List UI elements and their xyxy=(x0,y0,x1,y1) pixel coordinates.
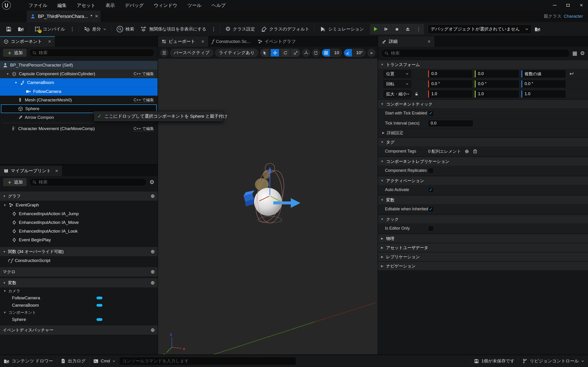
find-button[interactable]: 検索 xyxy=(114,24,137,34)
row-event-ia-jump[interactable]: EnhancedInputAction IA_Jump xyxy=(0,209,157,218)
parent-class-link[interactable]: Character xyxy=(564,14,583,19)
frame-skip-button[interactable] xyxy=(381,24,392,34)
variable-type-pill[interactable] xyxy=(96,304,103,307)
grid-snap-value[interactable]: 10 xyxy=(332,50,342,55)
expander-icon[interactable]: ▼ xyxy=(3,311,6,314)
cmd-dropdown[interactable]: Cmd xyxy=(93,359,115,364)
diff-button[interactable]: 差分 xyxy=(81,24,109,34)
rotation-snap-toggle[interactable] xyxy=(344,49,352,57)
add-array-element-icon[interactable]: ⊕ xyxy=(465,149,469,154)
simulation-button[interactable]: シミュレーション xyxy=(317,24,367,34)
section-cooking[interactable]: ▼ クック xyxy=(378,215,588,223)
expander-icon[interactable]: ▶ xyxy=(380,264,384,268)
location-y-field[interactable]: 0.0 xyxy=(475,70,519,77)
row-var-sphere[interactable]: Sphere xyxy=(0,316,157,323)
scale-x-field[interactable]: 1.0 xyxy=(428,90,472,98)
expander-icon[interactable]: ▼ xyxy=(380,160,384,163)
row-event-ia-look[interactable]: EnhancedInputAction IA_Look xyxy=(0,227,157,236)
menu-edit[interactable]: 編集 xyxy=(52,0,72,10)
advanced-settings-row[interactable]: ▶ 詳細設定 xyxy=(378,128,588,137)
add-graph-icon[interactable]: ⊕ xyxy=(151,193,155,199)
class-settings-button[interactable]: ⚙ クラス設定 xyxy=(222,24,258,34)
rotation-y-field[interactable]: 0.0 ° xyxy=(475,80,519,88)
my-blueprint-search-input[interactable] xyxy=(39,180,143,185)
section-graphs[interactable]: ▼ グラフ ⊕ xyxy=(0,192,157,201)
output-log-button[interactable]: 出力ログ xyxy=(61,358,86,364)
reset-to-default-icon[interactable]: ↩ xyxy=(570,71,574,77)
panel-divider[interactable] xyxy=(378,36,378,354)
rotation-x-field[interactable]: 0.0 ° xyxy=(428,80,472,88)
menu-view[interactable]: 表示 xyxy=(101,0,120,10)
section-component-replication[interactable]: ▼ コンポーネントレプリケーション xyxy=(378,157,588,166)
details-search-input[interactable] xyxy=(391,51,566,56)
play-button[interactable] xyxy=(370,24,381,34)
panel-divider[interactable] xyxy=(157,36,158,354)
row-var-cameraboom[interactable]: CameraBoom xyxy=(0,302,157,309)
expander-icon[interactable]: ▼ xyxy=(6,72,9,76)
class-defaults-button[interactable]: クラスのデフォルト xyxy=(258,24,312,34)
location-x-field[interactable]: 0.0 xyxy=(428,70,472,77)
expander-icon[interactable]: ▼ xyxy=(3,289,6,293)
details-search[interactable] xyxy=(381,49,570,57)
tree-row-mesh[interactable]: Mesh (CharacterMesh0) C++ で編集 xyxy=(0,96,157,104)
lock-open-icon[interactable] xyxy=(414,92,419,96)
add-variable-icon[interactable]: ⊕ xyxy=(151,280,155,286)
expander-icon[interactable]: ▼ xyxy=(380,102,384,106)
edit-in-cpp-link[interactable]: C++ で編集 xyxy=(134,126,154,131)
row-event-ia-move[interactable]: EnhancedInputAction IA_Move xyxy=(0,218,157,227)
close-icon[interactable]: ✕ xyxy=(55,169,58,173)
tree-row-capsule[interactable]: ▼ Capsule Component (CollisionCylinder) … xyxy=(0,69,157,78)
add-macro-icon[interactable]: ⊕ xyxy=(151,269,155,275)
compile-options-kebab-icon[interactable]: ⋮ xyxy=(68,26,77,32)
unsaved-assets-button[interactable]: 1個が未保存です xyxy=(474,358,515,364)
scale-dropdown[interactable]: 拡大・縮小 xyxy=(384,90,411,98)
expander-icon[interactable]: ▼ xyxy=(380,63,384,66)
tab-construction-script[interactable]: ƒ Construction Sc... xyxy=(208,36,254,47)
rotate-tool-button[interactable] xyxy=(281,49,290,57)
add-component-button[interactable]: ＋ 追加 xyxy=(3,49,26,57)
settings-gear-icon[interactable]: ⚙ xyxy=(149,179,154,185)
menu-tools[interactable]: ツール xyxy=(182,0,207,10)
expander-icon[interactable]: ▼ xyxy=(3,194,6,198)
expander-icon[interactable]: ▼ xyxy=(380,198,384,202)
section-activation[interactable]: ▼ アクティベーション xyxy=(378,176,588,185)
trash-icon[interactable] xyxy=(473,149,477,154)
rotation-dropdown[interactable]: 回転 xyxy=(384,80,411,88)
tree-row-cameraboom[interactable]: ▼ CameraBoom xyxy=(0,78,157,87)
my-blueprint-search[interactable] xyxy=(29,178,147,186)
display-filter-icon[interactable]: ▦ xyxy=(572,50,578,56)
tree-row-self[interactable]: BP_ThirdPersonCharacter (Self) xyxy=(0,61,157,69)
location-z-field[interactable]: 複数の値 xyxy=(521,70,565,77)
toolbar-expand-button[interactable]: » xyxy=(367,49,375,57)
expander-icon[interactable]: ▼ xyxy=(3,250,6,253)
section-macros[interactable]: マクロ ⊕ xyxy=(0,267,157,276)
expander-icon[interactable]: ▼ xyxy=(380,179,384,182)
rotation-snap-value[interactable]: 10° xyxy=(354,50,365,55)
view-mode-dropdown[interactable]: ライティングあり xyxy=(215,49,258,57)
menu-help[interactable]: ヘルプ xyxy=(207,0,231,10)
perspective-dropdown[interactable]: パースペクティブ xyxy=(170,49,213,57)
tab-event-graph[interactable]: イベントグラフ xyxy=(254,36,300,47)
row-var-followcamera[interactable]: FollowCamera xyxy=(0,294,157,302)
content-drawer-button[interactable]: コンテンツ ドロワー xyxy=(4,358,53,364)
viewport-options-button[interactable]: ☰ xyxy=(160,49,168,57)
section-functions[interactable]: ▼ 関数 (34 オーバーライド可能) ⊕ xyxy=(0,247,157,256)
tab-close-icon[interactable]: ✕ xyxy=(95,14,98,19)
edit-in-cpp-link[interactable]: C++ で編集 xyxy=(134,98,154,102)
save-button[interactable] xyxy=(3,24,15,34)
expander-icon[interactable]: ▶ xyxy=(380,246,384,249)
expander-icon[interactable]: ▶ xyxy=(380,255,384,259)
maximize-button[interactable] xyxy=(561,0,575,10)
translate-tool-button[interactable] xyxy=(271,49,279,57)
section-asset-user-data[interactable]: ▶ アセットユーザデータ xyxy=(378,243,588,252)
section-physics[interactable]: ▶ 物理 xyxy=(378,234,588,243)
add-function-icon[interactable]: ⊕ xyxy=(151,249,155,255)
rotation-z-field[interactable]: 0.0 ° xyxy=(521,80,565,88)
compile-button[interactable]: ? コンパイル xyxy=(31,24,68,34)
expander-icon[interactable]: ▶ xyxy=(380,237,384,240)
row-eventgraph[interactable]: ▼ EventGraph xyxy=(0,201,157,209)
grid-snap-toggle[interactable] xyxy=(322,49,330,57)
close-icon[interactable]: ✕ xyxy=(48,39,51,44)
auto-activate-checkbox[interactable]: ✓ xyxy=(428,187,434,193)
tab-viewport[interactable]: ビューポート ✕ xyxy=(158,36,208,47)
